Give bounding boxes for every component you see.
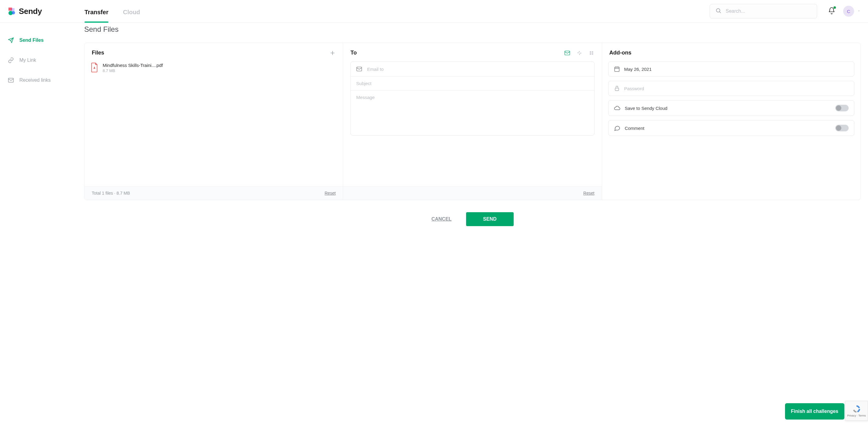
svg-rect-11 [580, 53, 581, 54]
svg-rect-23 [615, 88, 619, 91]
lock-icon [614, 85, 620, 91]
send-icon [8, 37, 14, 43]
caret-down-icon [857, 8, 861, 14]
addon-save-cloud: Save to Sendy Cloud [608, 100, 855, 116]
addon-cloud-label: Save to Sendy Cloud [625, 106, 831, 111]
search-box[interactable] [710, 4, 817, 19]
svg-rect-13 [579, 53, 580, 55]
slack-channel-button[interactable] [576, 50, 582, 56]
message-input[interactable] [356, 95, 588, 131]
mail-icon [356, 66, 362, 72]
send-panels: Files [84, 43, 861, 200]
team-channel-button[interactable] [588, 50, 594, 56]
tab-cloud[interactable]: Cloud [123, 9, 140, 23]
comment-icon [614, 125, 621, 131]
password-input[interactable] [624, 86, 848, 91]
svg-rect-10 [577, 53, 579, 53]
recaptcha-terms[interactable]: Terms [858, 414, 866, 417]
sidebar-item-my-link[interactable]: My Link [7, 54, 75, 67]
inbox-icon [8, 77, 14, 83]
slack-icon [576, 50, 582, 56]
sidebar-item-label: Received links [20, 77, 51, 83]
search-input[interactable] [726, 8, 811, 14]
svg-rect-9 [564, 51, 570, 55]
file-name: Mindfulness Skills-Traini....pdf [103, 63, 163, 68]
file-size: 8.7 MB [103, 68, 163, 73]
plus-icon [330, 50, 336, 56]
cancel-button[interactable]: CANCEL [431, 212, 452, 226]
svg-line-3 [720, 12, 721, 13]
link-icon [8, 57, 14, 63]
files-panel: Files [85, 43, 343, 200]
search-icon [715, 7, 721, 15]
recaptcha-icon [852, 404, 861, 414]
finish-challenges-button[interactable]: Finish all challenges [785, 403, 845, 420]
sidebar-item-label: Send Files [20, 37, 43, 43]
files-header: Files [92, 50, 104, 56]
addons-panel: Add-ons May 26, 2021 [602, 43, 861, 200]
comment-toggle[interactable] [835, 125, 848, 131]
nav-tabs: Transfer Cloud [85, 0, 140, 23]
svg-point-1 [12, 11, 15, 14]
sidebar: Send Files My Link Received links [0, 23, 79, 425]
page-title: Send Files [84, 25, 861, 34]
subject-input[interactable] [356, 81, 588, 86]
to-fields [350, 61, 594, 136]
logo-text: Sendy [19, 7, 42, 16]
email-channel-button[interactable] [564, 50, 570, 56]
file-item[interactable]: Mindfulness Skills-Traini....pdf 8.7 MB [91, 61, 337, 74]
addon-comment-label: Comment [625, 126, 831, 131]
send-button[interactable]: SEND [466, 212, 513, 226]
tab-transfer[interactable]: Transfer [85, 9, 108, 23]
user-menu[interactable]: C [843, 6, 861, 17]
top-bar: Sendy Transfer Cloud C [0, 0, 868, 23]
svg-rect-12 [579, 51, 580, 53]
to-panel: To [343, 43, 601, 200]
recaptcha-badge[interactable]: Privacy · Terms [845, 401, 868, 421]
calendar-icon [614, 66, 620, 72]
addon-comment: Comment [608, 120, 855, 136]
people-icon [588, 50, 594, 56]
to-reset-link[interactable]: Reset [583, 191, 594, 196]
cloud-icon [614, 105, 621, 111]
sidebar-item-label: My Link [20, 58, 36, 63]
sidebar-item-received-links[interactable]: Received links [7, 73, 75, 87]
svg-point-16 [590, 53, 591, 55]
email-to-input[interactable] [367, 67, 588, 72]
svg-rect-19 [615, 67, 619, 71]
mail-icon [564, 50, 570, 56]
files-reset-link[interactable]: Reset [325, 191, 336, 196]
avatar: C [843, 6, 854, 17]
svg-rect-18 [357, 67, 362, 71]
notifications-button[interactable] [828, 7, 835, 15]
save-cloud-toggle[interactable] [835, 105, 848, 111]
recaptcha-privacy[interactable]: Privacy [847, 414, 856, 417]
sidebar-item-send-files[interactable]: Send Files [7, 34, 75, 47]
addon-password[interactable] [608, 81, 855, 96]
addon-date-value: May 26, 2021 [624, 67, 848, 72]
logo[interactable]: Sendy [7, 7, 85, 16]
files-summary: Total 1 files · 8.7 MB [92, 191, 130, 196]
svg-point-15 [591, 51, 593, 53]
svg-point-14 [590, 51, 591, 53]
addons-header: Add-ons [609, 50, 631, 56]
notification-dot [834, 6, 836, 9]
pdf-icon [91, 63, 98, 72]
add-file-button[interactable] [330, 50, 336, 56]
main-content: Send Files Files [79, 23, 868, 425]
logo-icon [7, 7, 16, 15]
svg-point-17 [591, 53, 593, 55]
action-row: CANCEL SEND [84, 212, 861, 226]
addon-expiry-date[interactable]: May 26, 2021 [608, 61, 855, 76]
to-header: To [350, 50, 357, 56]
